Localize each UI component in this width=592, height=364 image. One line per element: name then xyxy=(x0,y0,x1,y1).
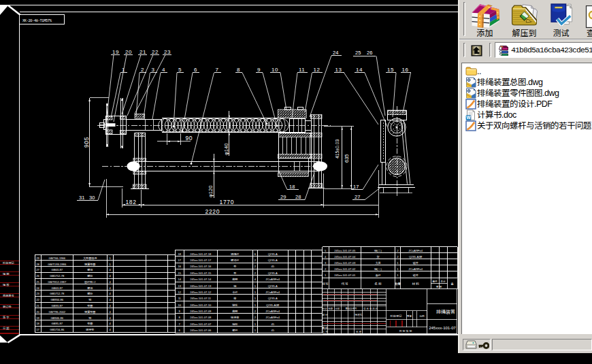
svg-text:ZCuAl9Fe4: ZCuAl9Fe4 xyxy=(265,310,280,313)
svg-text:阶段标记: 阶段标记 xyxy=(3,261,14,265)
svg-text:10: 10 xyxy=(178,303,181,307)
svg-text:1: 1 xyxy=(325,274,327,277)
svg-text:12: 12 xyxy=(314,67,320,73)
svg-text:23: 23 xyxy=(164,49,171,55)
svg-text:调整垫: 调整垫 xyxy=(86,327,94,331)
svg-text:245xx-101-07-11: 245xx-101-07-11 xyxy=(190,297,211,300)
svg-text:分区: 分区 xyxy=(335,307,340,310)
svg-text:1: 1 xyxy=(110,257,112,260)
svg-text:总计: 总计 xyxy=(440,280,446,283)
svg-text:245xx-101-07-01: 245xx-101-07-01 xyxy=(334,274,356,277)
svg-text:12: 12 xyxy=(178,291,181,294)
svg-text:13: 13 xyxy=(335,67,342,73)
svg-text:7: 7 xyxy=(179,322,181,326)
svg-text:名 称: 名 称 xyxy=(374,282,382,286)
svg-text:9: 9 xyxy=(179,310,181,313)
svg-text:24: 24 xyxy=(333,50,338,56)
svg-text:2220: 2220 xyxy=(205,208,220,215)
svg-text:20: 20 xyxy=(36,310,39,314)
svg-text:GB/T193-1986: GB/T193-1986 xyxy=(48,263,67,266)
svg-text:25: 25 xyxy=(355,50,361,56)
svg-text:扁钢: 扁钢 xyxy=(232,277,237,281)
svg-text:ZCuAl9Fe4: ZCuAl9Fe4 xyxy=(408,267,423,271)
svg-text:签 字: 签 字 xyxy=(3,315,10,319)
svg-text:635: 635 xyxy=(344,154,350,163)
svg-text:15: 15 xyxy=(387,67,394,73)
svg-text:245xx-101-07-05: 245xx-101-07-05 xyxy=(334,249,356,252)
svg-text:链轮: 链轮 xyxy=(232,303,237,307)
svg-text:1: 1 xyxy=(254,303,257,307)
svg-text:处数: 处数 xyxy=(329,307,333,310)
svg-text:圆柱销×2: 圆柱销×2 xyxy=(84,280,96,284)
svg-text:45: 45 xyxy=(271,265,274,268)
svg-text:2: 2 xyxy=(397,255,399,259)
svg-text:垫: 垫 xyxy=(233,264,236,268)
svg-text:245xx-101-07-13: 245xx-101-07-13 xyxy=(190,284,212,288)
svg-text:6: 6 xyxy=(254,252,257,256)
svg-text:轴: 轴 xyxy=(233,284,236,288)
svg-text:序号: 序号 xyxy=(323,282,329,286)
svg-text:标准化: 标准化 xyxy=(355,313,363,316)
svg-text:4: 4 xyxy=(162,67,165,73)
svg-text:重量: 重量 xyxy=(407,314,412,318)
svg-text:2: 2 xyxy=(397,249,399,252)
svg-text:ZCuAl9Fe4: ZCuAl9Fe4 xyxy=(265,278,280,281)
svg-text:2: 2 xyxy=(254,316,257,319)
svg-text:22: 22 xyxy=(152,49,159,55)
svg-text:17: 17 xyxy=(353,184,359,190)
svg-text:GB5712-78: GB5712-78 xyxy=(50,292,65,295)
svg-text:4: 4 xyxy=(110,304,112,308)
svg-text:245xx-101-07-06: 245xx-101-07-06 xyxy=(190,329,212,332)
svg-text:GB/T66-1966: GB/T66-1966 xyxy=(48,257,65,260)
svg-text:11: 11 xyxy=(299,67,305,73)
svg-text:10: 10 xyxy=(272,67,278,73)
svg-text:更改文件号: 更改文件号 xyxy=(346,307,358,310)
svg-text:5: 5 xyxy=(325,249,327,252)
svg-text:4: 4 xyxy=(254,278,257,281)
svg-text:182: 182 xyxy=(126,199,137,205)
svg-text:螺母: 螺母 xyxy=(87,286,93,290)
svg-text:4: 4 xyxy=(110,274,112,278)
svg-text:W: W xyxy=(466,115,471,120)
svg-text:4: 4 xyxy=(110,280,112,284)
svg-text:架: 架 xyxy=(376,254,379,259)
svg-text:14: 14 xyxy=(356,67,363,73)
svg-text:17: 17 xyxy=(36,328,39,331)
svg-text:31: 31 xyxy=(79,195,84,201)
svg-text:24: 24 xyxy=(36,286,39,290)
svg-text:4: 4 xyxy=(110,328,112,331)
svg-text:φ140: φ140 xyxy=(223,144,229,155)
svg-text:φ120: φ120 xyxy=(208,186,214,197)
svg-text:28: 28 xyxy=(36,263,39,266)
svg-text:20: 20 xyxy=(125,49,132,55)
svg-text:13: 13 xyxy=(178,284,181,288)
svg-text:4: 4 xyxy=(110,268,112,271)
svg-text:审 核: 审 核 xyxy=(322,326,327,329)
svg-text:2: 2 xyxy=(254,259,257,262)
svg-text:挡板: 挡板 xyxy=(232,322,237,326)
svg-text:27: 27 xyxy=(355,194,360,200)
svg-text:ZCuAl9Fe4: ZCuAl9Fe4 xyxy=(408,249,423,252)
svg-text:4: 4 xyxy=(110,310,112,314)
svg-text:245xx-101-07-12: 245xx-101-07-12 xyxy=(190,291,212,294)
svg-text:大盖: 大盖 xyxy=(375,261,380,265)
svg-text:2: 2 xyxy=(325,267,327,271)
svg-text:3: 3 xyxy=(325,261,327,265)
svg-text:1: 1 xyxy=(254,329,257,332)
svg-text:11: 11 xyxy=(178,297,182,300)
svg-text:9: 9 xyxy=(257,67,261,73)
svg-text:描 校: 描 校 xyxy=(3,282,10,286)
svg-text:4: 4 xyxy=(110,298,112,301)
svg-text:卡柱: 卡柱 xyxy=(232,290,237,294)
svg-text:1: 1 xyxy=(110,263,112,266)
svg-text:26: 26 xyxy=(36,274,39,278)
svg-text:单件: 单件 xyxy=(432,280,438,283)
svg-text:阶段标记: 阶段标记 xyxy=(391,314,402,318)
svg-text:螺母: 螺母 xyxy=(87,267,93,271)
svg-text:描 图: 描 图 xyxy=(3,271,9,276)
svg-text:Q235-A: Q235-A xyxy=(268,284,278,288)
svg-text:XK-20-48-T1M57%: XK-20-48-T1M57% xyxy=(22,19,52,23)
svg-text:GB946-86: GB946-86 xyxy=(50,316,63,320)
svg-text:18: 18 xyxy=(289,184,295,190)
svg-text:4: 4 xyxy=(110,292,112,295)
